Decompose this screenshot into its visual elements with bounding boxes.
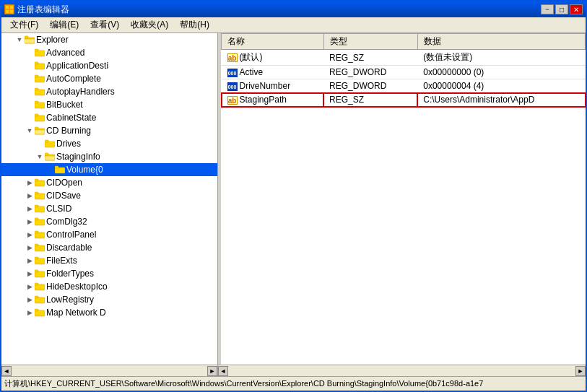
scroll-right-btn[interactable]: ► [207,366,217,376]
svg-rect-30 [35,179,38,181]
table-row[interactable]: abStagingPathREG_SZC:\Users\Administrato… [222,93,586,107]
scroll-right-btn2[interactable]: ► [575,366,586,376]
folder-icon [35,217,45,226]
tree-item[interactable]: AutoplayHandlers [1,85,217,98]
tree-expander[interactable] [45,165,55,175]
left-scrollbar[interactable]: ◄ ► [1,365,218,377]
tree-item-label: CabinetState [46,113,96,123]
tree-item[interactable]: ▶ ComDlg32 [1,215,217,228]
tree-expander[interactable] [35,139,45,149]
tree-item[interactable]: CabinetState [1,111,217,124]
reg-data: (数值未设置) [417,50,585,66]
tree-item-label: Volume{0 [66,165,103,175]
title-bar-left: 注册表编辑器 [4,4,69,16]
tree-expander[interactable]: ▶ [25,217,35,227]
table-row[interactable]: 000ActiveREG_DWORD0x00000000 (0) [222,66,586,79]
tree-expander[interactable]: ▶ [25,191,35,201]
folder-icon [35,61,45,70]
tree-item-label: AutoComplete [46,74,101,84]
tree-expander[interactable]: ▶ [25,282,35,292]
folder-icon [35,100,45,109]
reg-type: REG_DWORD [323,79,417,93]
reg-data: 0x00000000 (0) [417,66,585,79]
scroll-left-btn[interactable]: ◄ [1,366,12,376]
tree-expander[interactable] [25,61,35,71]
menu-item[interactable]: 帮助(H) [174,17,215,32]
tree-expander[interactable]: ▶ [25,204,35,214]
folder-icon [35,295,45,304]
close-button[interactable]: ✕ [570,4,583,14]
menu-item[interactable]: 编辑(E) [44,17,84,32]
minimize-button[interactable]: － [541,4,554,14]
right-scrollbar[interactable]: ◄ ► [218,365,586,377]
tree-expander[interactable]: ▼ [35,152,45,162]
scroll-left-btn2[interactable]: ◄ [218,366,228,376]
tree-expander[interactable]: ▶ [25,243,35,253]
tree-item[interactable]: ▼ CD Burning [1,124,217,137]
tree-expander[interactable]: ▼ [25,126,35,136]
tree-expander[interactable]: ▶ [25,308,35,318]
window-title: 注册表编辑器 [17,4,69,16]
tree-item[interactable]: AutoComplete [1,72,217,85]
folder-icon [35,178,45,187]
menu-item[interactable]: 查看(V) [84,17,125,32]
tree-expander[interactable] [25,87,35,97]
tree-expander[interactable] [25,74,35,84]
folder-icon [35,269,45,278]
table-row[interactable]: 000DriveNumberREG_DWORD0x00000004 (4) [222,79,586,93]
tree-item[interactable]: ▶ ControlPanel [1,228,217,241]
tree-item[interactable]: ▶ CLSID [1,202,217,215]
reg-type: REG_DWORD [323,66,417,79]
folder-icon [55,165,65,174]
tree-item[interactable]: ▶ Discardable [1,241,217,254]
registry-table: 名称 类型 数据 ab(默认)REG_SZ(数值未设置)000ActiveREG… [221,33,586,107]
tree-item[interactable]: Volume{0 [1,163,217,176]
tree-item[interactable]: ▶ LowRegistry [1,293,217,306]
tree-item[interactable]: ▶ CIDSave [1,189,217,202]
tree-item-label: Explorer [36,35,69,45]
reg-data: C:\Users\Administrator\AppD [417,93,585,107]
col-data: 数据 [417,34,585,50]
left-panel[interactable]: ▼ Explorer Advanced ApplicationDesti Aut… [1,33,218,365]
tree-item[interactable]: ▶ Map Network D [1,306,217,319]
svg-rect-18 [35,114,38,116]
table-row[interactable]: ab(默认)REG_SZ(数值未设置) [222,50,586,66]
tree-expander[interactable]: ▶ [25,269,35,279]
tree-expander[interactable]: ▼ [14,35,25,45]
tree-item[interactable]: Drives [1,137,217,150]
tree-item[interactable]: ▶ CIDOpen [1,176,217,189]
tree-item[interactable]: ▼ Explorer [1,33,217,46]
statusbar-text: 计算机\HKEY_CURRENT_USER\Software\Microsoft… [4,378,483,389]
svg-rect-6 [25,36,28,38]
menu-item[interactable]: 收藏夹(A) [125,17,174,32]
scrollbar-area: ◄ ► ◄ ► [1,365,586,376]
tree-item[interactable]: Advanced [1,46,217,59]
svg-rect-34 [35,205,38,207]
svg-rect-48 [35,296,38,298]
tree-item-label: HideDesktopIco [46,282,108,292]
tree-expander[interactable]: ▶ [25,256,35,266]
tree-expander[interactable] [25,48,35,58]
svg-rect-23 [45,140,48,142]
tree-item[interactable]: BitBucket [1,98,217,111]
right-panel[interactable]: 名称 类型 数据 ab(默认)REG_SZ(数值未设置)000ActiveREG… [221,33,586,365]
tree-item[interactable]: ▼ StagingInfo [1,150,217,163]
reg-sz-icon: ab [227,96,238,105]
svg-rect-42 [35,257,38,259]
tree-item[interactable]: ApplicationDesti [1,59,217,72]
tree-item-label: ApplicationDesti [46,61,108,71]
tree-item[interactable]: ▶ FolderTypes [1,267,217,280]
svg-rect-40 [35,244,38,246]
menu-item[interactable]: 文件(F) [4,17,44,32]
svg-rect-3 [10,10,13,13]
tree-expander[interactable]: ▶ [25,230,35,240]
tree-expander[interactable]: ▶ [25,295,35,305]
tree-item-label: FolderTypes [46,269,94,279]
tree-item[interactable]: ▶ HideDesktopIco [1,280,217,293]
tree-expander[interactable] [25,100,35,110]
tree-expander[interactable]: ▶ [25,178,35,188]
reg-type: REG_SZ [323,93,417,107]
tree-item[interactable]: ▶ FileExts [1,254,217,267]
tree-expander[interactable] [25,113,35,123]
maximize-button[interactable]: □ [555,4,568,14]
